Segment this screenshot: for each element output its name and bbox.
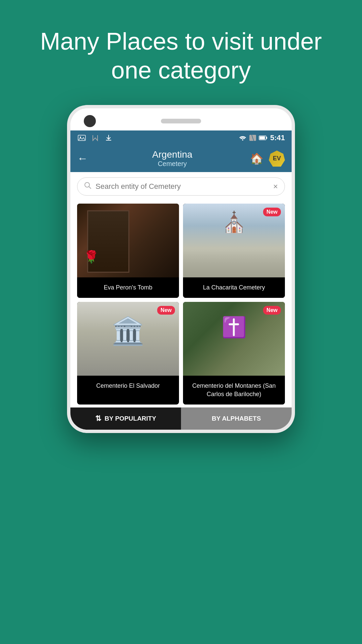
- status-bar: 5:41: [70, 130, 292, 145]
- hero-title: Many Places to visit under one category: [0, 0, 362, 105]
- new-badge-chacarita: New: [263, 208, 281, 216]
- new-badge-montanes: New: [263, 306, 281, 315]
- search-icon: [84, 182, 92, 191]
- place-label-salvador: Cementerio El Salvador: [77, 376, 179, 396]
- sort-alphabets-button[interactable]: BY ALPHABETS: [181, 408, 292, 430]
- phone-screen: 5:41 ← Argentina Cemetery 🏠 EV: [70, 108, 292, 430]
- new-badge-salvador: New: [157, 306, 175, 315]
- search-bar[interactable]: ×: [77, 177, 285, 196]
- status-right-icons: 5:41: [239, 133, 285, 142]
- search-input[interactable]: [96, 182, 273, 191]
- front-camera: [84, 115, 96, 127]
- place-card-salvador[interactable]: New Cementerio El Salvador: [77, 302, 179, 405]
- place-label-chacarita: La Chacarita Cemetery: [183, 277, 285, 298]
- sort-bar: ⇅ BY POPULARITY BY ALPHABETS: [70, 407, 292, 430]
- place-label-montanes: Cementerio del Montanes (San Carlos de B…: [183, 376, 285, 405]
- n-status-icon: [90, 135, 100, 141]
- search-container: ×: [70, 172, 292, 201]
- ev-label: EV: [273, 155, 281, 162]
- home-button[interactable]: 🏠: [250, 152, 263, 165]
- download-status-icon: [104, 135, 113, 141]
- place-image-eva: [77, 204, 179, 277]
- app-bar-actions: 🏠 EV: [250, 151, 285, 167]
- svg-rect-6: [266, 137, 267, 139]
- place-card-chacarita[interactable]: New La Chacarita Cemetery: [183, 204, 285, 298]
- places-grid: Eva Peron's Tomb New La Chacarita Cemete…: [70, 201, 292, 408]
- app-title-sub: Cemetery: [95, 160, 250, 168]
- sort-alphabets-label: BY ALPHABETS: [212, 415, 261, 422]
- place-label-eva: Eva Peron's Tomb: [77, 277, 179, 298]
- status-left-icons: [77, 135, 113, 141]
- back-button[interactable]: ←: [77, 152, 88, 165]
- sort-popularity-button[interactable]: ⇅ BY POPULARITY: [70, 408, 181, 430]
- app-bar-title: Argentina Cemetery: [95, 149, 250, 168]
- sort-popularity-label: BY POPULARITY: [105, 415, 156, 422]
- time-display: 5:41: [270, 133, 285, 142]
- svg-point-2: [242, 139, 243, 141]
- phone-notch: [70, 108, 292, 130]
- image-status-icon: [77, 135, 86, 141]
- phone-frame: 5:41 ← Argentina Cemetery 🏠 EV: [67, 105, 295, 433]
- place-card-eva[interactable]: Eva Peron's Tomb: [77, 204, 179, 298]
- svg-rect-7: [259, 136, 265, 139]
- ev-badge[interactable]: EV: [269, 151, 285, 167]
- app-bar: ← Argentina Cemetery 🏠 EV: [70, 145, 292, 172]
- search-clear-button[interactable]: ×: [273, 182, 278, 191]
- phone-speaker: [161, 119, 201, 123]
- sort-icon: ⇅: [95, 414, 101, 423]
- app-title-main: Argentina: [95, 149, 250, 160]
- place-card-montanes[interactable]: New Cementerio del Montanes (San Carlos …: [183, 302, 285, 405]
